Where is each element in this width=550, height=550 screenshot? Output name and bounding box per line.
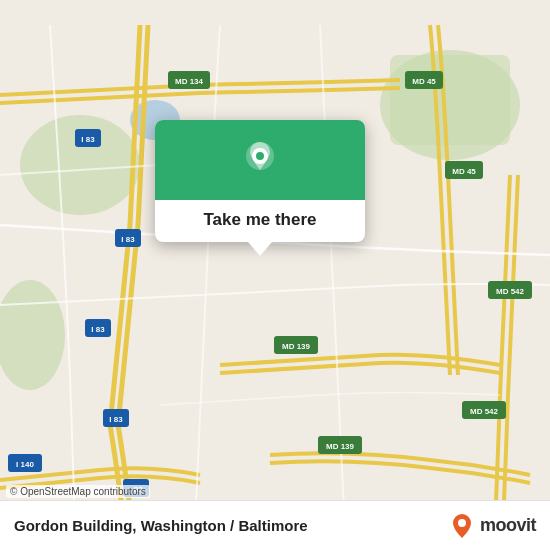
svg-point-2 xyxy=(0,280,65,390)
svg-text:I 83: I 83 xyxy=(91,325,105,334)
svg-text:MD 134: MD 134 xyxy=(175,77,204,86)
map-roads-svg: I 83 I 83 I 83 I 83 I 83 I 140 I 133 MD … xyxy=(0,0,550,550)
svg-point-36 xyxy=(458,519,466,527)
svg-rect-3 xyxy=(390,55,510,145)
location-pin-icon xyxy=(238,138,282,182)
svg-text:I 83: I 83 xyxy=(121,235,135,244)
svg-text:MD 45: MD 45 xyxy=(412,77,436,86)
map-container: I 83 I 83 I 83 I 83 I 83 I 140 I 133 MD … xyxy=(0,0,550,550)
popup-header xyxy=(155,120,365,200)
svg-text:MD 45: MD 45 xyxy=(452,167,476,176)
moovit-brand-text: moovit xyxy=(480,515,536,536)
svg-point-35 xyxy=(256,152,264,160)
svg-text:MD 139: MD 139 xyxy=(282,342,311,351)
map-attribution: © OpenStreetMap contributors xyxy=(6,485,150,498)
location-popup: Take me there xyxy=(155,120,365,242)
svg-text:MD 542: MD 542 xyxy=(470,407,499,416)
take-me-there-button[interactable]: Take me there xyxy=(155,200,365,242)
svg-text:MD 542: MD 542 xyxy=(496,287,525,296)
bottom-bar: Gordon Building, Washington / Baltimore … xyxy=(0,500,550,550)
popup-tail xyxy=(248,242,272,256)
svg-text:I 140: I 140 xyxy=(16,460,34,469)
svg-text:I 83: I 83 xyxy=(81,135,95,144)
svg-text:I 83: I 83 xyxy=(109,415,123,424)
location-title: Gordon Building, Washington / Baltimore xyxy=(14,517,308,534)
svg-text:MD 139: MD 139 xyxy=(326,442,355,451)
moovit-logo: moovit xyxy=(448,512,536,540)
moovit-pin-icon xyxy=(448,512,476,540)
